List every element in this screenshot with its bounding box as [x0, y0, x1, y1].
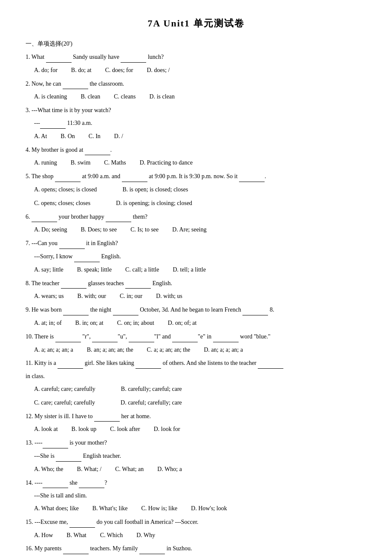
- options-1: A. do; forB. do; atC. does; forD. does; …: [26, 65, 366, 75]
- options-15: A. HowB. WhatC. WhichD. Why: [26, 530, 366, 541]
- options-8: A. wears; usB. with; ourC. in; ourD. wit…: [26, 291, 366, 301]
- options-10: A. a; an; a; an; aB. an; a; an; an; theC…: [26, 345, 366, 355]
- question-6: 6. your brother happy them?: [26, 212, 366, 223]
- question-13: 13. ---- is your mother?: [26, 438, 366, 448]
- options-13: A. Who; theB. What; /C. What; anD. Who; …: [26, 464, 366, 474]
- page-title: 7A Unit1 单元测试卷: [26, 17, 366, 30]
- options-5b: C. opens; closes; closesD. is opening; i…: [26, 198, 366, 208]
- question-3: 3. ---What time is it by your watch?: [26, 105, 366, 116]
- options-4: A. runingB. swimC. MathsD. Practicing to…: [26, 158, 366, 168]
- question-14: 14. ---- she ?: [26, 478, 366, 489]
- section1-header: 一、单项选择(20'): [26, 40, 366, 48]
- question-2: 2. Now, he can the classroom.: [26, 79, 366, 90]
- options-6: A. Do; seeingB. Does; to seeC. Is; to se…: [26, 225, 366, 235]
- question-12: 12. My sister is ill. I have to her at h…: [26, 411, 366, 422]
- options-3: A. AtB. OnC. InD. /: [26, 131, 366, 142]
- options-5a: A. opens; closes; is closedB. is open; i…: [26, 185, 366, 195]
- question-10: 10. There is "r", "u", "l" and "e" in wo…: [26, 332, 366, 342]
- options-14: A. What does; likeB. What's; likeC. How …: [26, 503, 366, 514]
- question-7: 7. ---Can you it in English?: [26, 238, 366, 249]
- question-1: 1. What Sandy usually have lunch?: [26, 52, 366, 63]
- question-9: 9. He was born the night October, 3d. An…: [26, 305, 366, 315]
- question-15: 15. ---Excuse me, do you call football i…: [26, 517, 366, 528]
- options-12: A. look atB. look upC. look afterD. look…: [26, 424, 366, 434]
- options-2: A. is cleaningB. cleanC. cleansD. is cle…: [26, 92, 366, 102]
- question-16: 16. My parents teachers. My family in Su…: [26, 543, 366, 554]
- question-11: 11. Kitty is a girl. She likes taking of…: [26, 358, 366, 369]
- options-11a: A. careful; care; carefullyB. carefully;…: [26, 384, 366, 394]
- question-8: 8. The teacher glasses teaches English.: [26, 278, 366, 289]
- question-4: 4. My brother is good at .: [26, 145, 366, 156]
- question-5: 5. The shop at 9:00 a.m. and at 9:00 p.m…: [26, 171, 366, 182]
- options-11b: C. care; careful; carefullyD. careful; c…: [26, 398, 366, 408]
- options-7: A. say; littleB. speak; littleC. call; a…: [26, 265, 366, 275]
- options-9: A. at; in; ofB. in; on; atC. on; in; abo…: [26, 318, 366, 328]
